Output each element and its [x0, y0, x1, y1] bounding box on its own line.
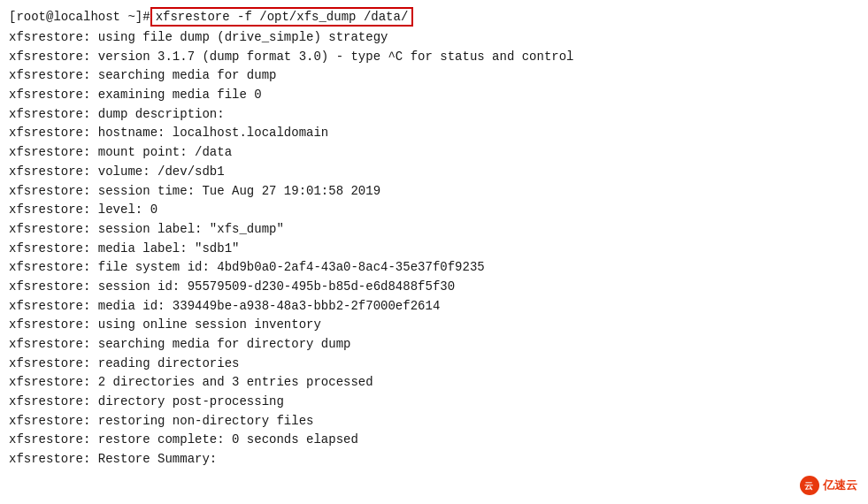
output-line: xfsrestore: searching media for director…: [9, 335, 859, 355]
output-line: xfsrestore: searching media for dump: [9, 66, 859, 86]
output-line: xfsrestore: media label: "sdb1": [9, 240, 859, 259]
output-line: xfsrestore: session id: 95579509-d230-49…: [9, 278, 859, 297]
watermark: 云 亿速云: [800, 476, 857, 495]
svg-text:云: 云: [804, 481, 813, 491]
output-line: xfsrestore: restoring non-directory file…: [9, 412, 859, 431]
output-line: xfsrestore: restore complete: 0 seconds …: [9, 431, 859, 450]
output-line: xfsrestore: 2 directories and 3 entries …: [9, 373, 859, 393]
command-box: xfsrestore -f /opt/xfs_dump /data/: [150, 7, 414, 27]
brand-icon: 云: [803, 479, 816, 492]
output-line: xfsrestore: hostname: localhost.localdom…: [9, 124, 859, 143]
output-line: xfsrestore: examining media file 0: [9, 86, 859, 105]
output-line: xfsrestore: media id: 339449be-a938-48a3…: [9, 297, 859, 317]
output-line: xfsrestore: volume: /dev/sdb1: [9, 163, 859, 182]
watermark-label: 亿速云: [823, 477, 857, 493]
output-line: xfsrestore: level: 0: [9, 201, 859, 220]
output-container: xfsrestore: using file dump (drive_simpl…: [9, 28, 859, 470]
watermark-icon: 云: [800, 476, 819, 495]
output-line: xfsrestore: Restore Summary:: [9, 450, 859, 470]
output-line: xfsrestore: version 3.1.7 (dump format 3…: [9, 48, 859, 67]
output-line: xfsrestore: directory post-processing: [9, 393, 859, 412]
output-line: xfsrestore: using online session invento…: [9, 316, 859, 335]
output-line: xfsrestore: mount point: /data: [9, 143, 859, 163]
output-line: xfsrestore: session time: Tue Aug 27 19:…: [9, 182, 859, 202]
output-line: xfsrestore: file system id: 4bd9b0a0-2af…: [9, 258, 859, 278]
prompt-line: [root@localhost ~]# xfsrestore -f /opt/x…: [9, 7, 859, 27]
output-line: xfsrestore: reading directories: [9, 355, 859, 374]
output-line: xfsrestore: session label: "xfs_dump": [9, 220, 859, 240]
output-line: xfsrestore: dump description:: [9, 105, 859, 125]
terminal-window: [root@localhost ~]# xfsrestore -f /opt/x…: [0, 0, 868, 504]
prompt-text: [root@localhost ~]#: [9, 10, 150, 24]
output-line: xfsrestore: using file dump (drive_simpl…: [9, 28, 859, 48]
